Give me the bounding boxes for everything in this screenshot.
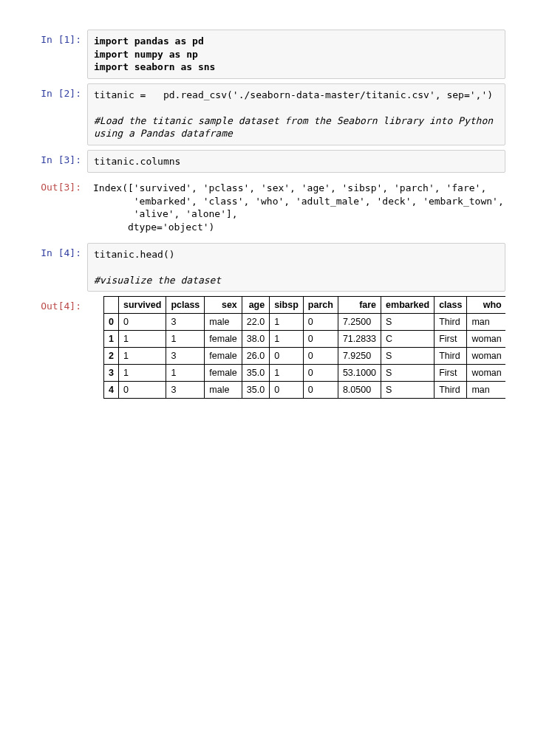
- code-input-1[interactable]: import pandas as pd import numpy as np i…: [87, 30, 505, 79]
- table-cell: First: [435, 331, 467, 348]
- code-cell-4: In [4]: titanic.head() #visualize the da…: [30, 243, 505, 292]
- table-cell: 35.0: [242, 382, 269, 399]
- input-prompt-2: In [2]:: [30, 83, 87, 145]
- table-cell: male: [205, 314, 242, 331]
- table-cell: female: [205, 331, 242, 348]
- table-cell: 8.0500: [338, 382, 381, 399]
- table-cell: 0: [270, 348, 304, 365]
- table-cell: 0: [303, 348, 338, 365]
- table-row-index: 0: [104, 314, 119, 331]
- table-col-header: class: [435, 297, 467, 314]
- table-cell: 7.9250: [338, 348, 381, 365]
- table-cell: 1: [270, 314, 304, 331]
- table-row-index: 2: [104, 348, 119, 365]
- code-input-2[interactable]: titanic = pd.read_csv('./seaborn-data-ma…: [87, 83, 505, 145]
- table-cell: 0: [303, 365, 338, 382]
- table-col-header: sex: [205, 297, 242, 314]
- table-cell: woman: [467, 331, 505, 348]
- table-cell: 0: [270, 382, 304, 399]
- table-cell: man: [467, 314, 505, 331]
- table-row: 403male35.0008.0500SThirdmanTr: [104, 382, 506, 399]
- table-cell: 1: [166, 331, 205, 348]
- output-prompt-3: Out[3]:: [30, 177, 87, 238]
- output-table-4: survivedpclasssexagesibspparchfareembark…: [87, 296, 505, 399]
- input-prompt-1: In [1]:: [30, 30, 87, 79]
- table-col-header: sibsp: [270, 297, 304, 314]
- output-cell-4: Out[4]: survivedpclasssexagesibspparchfa…: [30, 296, 505, 399]
- table-cell: 71.2833: [338, 331, 381, 348]
- table-cell: female: [205, 348, 242, 365]
- input-prompt-4: In [4]:: [30, 243, 87, 292]
- table-cell: man: [467, 382, 505, 399]
- table-cell: Third: [435, 382, 467, 399]
- table-cell: 7.2500: [338, 314, 381, 331]
- table-cell: 1: [166, 365, 205, 382]
- table-cell: 0: [303, 314, 338, 331]
- output-cell-3: Out[3]: Index(['survived', 'pclass', 'se…: [30, 177, 505, 238]
- table-col-header: parch: [303, 297, 338, 314]
- table-cell: Third: [435, 348, 467, 365]
- table-cell: 53.1000: [338, 365, 381, 382]
- table-cell: 0: [303, 382, 338, 399]
- table-cell: 3: [166, 314, 205, 331]
- table-row-index: 3: [104, 365, 119, 382]
- table-cell: S: [381, 314, 435, 331]
- output-text-3: Index(['survived', 'pclass', 'sex', 'age…: [87, 177, 505, 238]
- table-col-header: who: [467, 297, 505, 314]
- table-col-header: embarked: [381, 297, 435, 314]
- code-input-4[interactable]: titanic.head() #visualize the dataset: [87, 243, 505, 292]
- output-prompt-4: Out[4]:: [30, 296, 87, 399]
- table-cell: 1: [270, 331, 304, 348]
- table-col-header: fare: [338, 297, 381, 314]
- table-cell: 1: [118, 348, 166, 365]
- dataframe-table: survivedpclasssexagesibspparchfareembark…: [103, 296, 505, 399]
- table-col-header: survived: [118, 297, 166, 314]
- table-row: 003male22.0107.2500SThirdmanTr: [104, 314, 506, 331]
- table-cell: female: [205, 365, 242, 382]
- table-col-header: pclass: [166, 297, 205, 314]
- table-cell: 26.0: [242, 348, 269, 365]
- table-cell: 22.0: [242, 314, 269, 331]
- table-cell: 3: [166, 382, 205, 399]
- table-cell: S: [381, 382, 435, 399]
- code-cell-3: In [3]: titanic.columns: [30, 150, 505, 173]
- code-cell-2: In [2]: titanic = pd.read_csv('./seaborn…: [30, 83, 505, 145]
- table-cell: 0: [118, 382, 166, 399]
- table-corner: [104, 297, 119, 314]
- table-row: 111female38.01071.2833CFirstwomanFa: [104, 331, 506, 348]
- table-cell: 35.0: [242, 365, 269, 382]
- table-cell: S: [381, 365, 435, 382]
- table-row-index: 4: [104, 382, 119, 399]
- code-cell-1: In [1]: import pandas as pd import numpy…: [30, 30, 505, 79]
- table-row: 311female35.01053.1000SFirstwomanFa: [104, 365, 506, 382]
- table-cell: 0: [303, 331, 338, 348]
- table-cell: 1: [270, 365, 304, 382]
- table-row: 213female26.0007.9250SThirdwomanFa: [104, 348, 506, 365]
- input-prompt-3: In [3]:: [30, 150, 87, 173]
- code-input-3[interactable]: titanic.columns: [87, 150, 505, 173]
- table-cell: C: [381, 331, 435, 348]
- table-cell: 1: [118, 331, 166, 348]
- table-col-header: age: [242, 297, 269, 314]
- table-cell: woman: [467, 348, 505, 365]
- table-cell: S: [381, 348, 435, 365]
- table-cell: male: [205, 382, 242, 399]
- table-cell: 1: [118, 365, 166, 382]
- table-cell: First: [435, 365, 467, 382]
- table-cell: Third: [435, 314, 467, 331]
- table-cell: woman: [467, 365, 505, 382]
- table-cell: 38.0: [242, 331, 269, 348]
- table-row-index: 1: [104, 331, 119, 348]
- table-cell: 3: [166, 348, 205, 365]
- table-cell: 0: [118, 314, 166, 331]
